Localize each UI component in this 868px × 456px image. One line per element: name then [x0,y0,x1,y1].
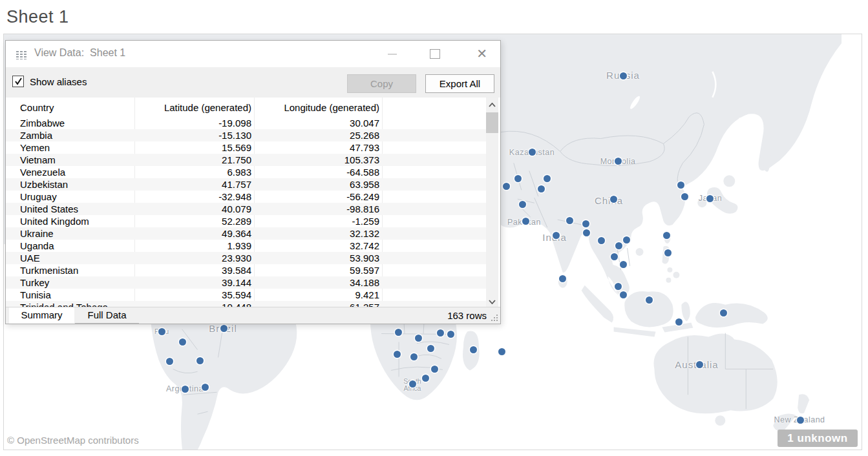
unknown-indicator-badge[interactable]: 1 unknown [778,430,858,447]
column-header-country[interactable]: Country [20,98,54,117]
table-row[interactable]: Yemen15.56947.793 [6,141,486,154]
map-point[interactable] [677,181,684,189]
map-point[interactable] [503,183,510,190]
map-point[interactable] [583,229,590,236]
column-header-longitude[interactable]: Longitude (generated) [255,98,379,117]
latitude-cell: 1.939 [135,240,251,252]
country-cell: United States [20,203,78,215]
map-point[interactable] [431,366,438,373]
map-point[interactable] [566,217,573,224]
latitude-cell: 21.750 [135,154,251,166]
scrollbar-thumb[interactable] [486,112,498,133]
country-cell: Yemen [20,141,50,154]
map-point[interactable] [620,291,627,298]
show-aliases-checkbox[interactable] [12,76,24,87]
tab-full-data[interactable]: Full Data [75,307,139,324]
vertical-scrollbar[interactable] [486,98,498,309]
map-point[interactable] [610,196,617,203]
map-point[interactable] [623,236,630,244]
map-point[interactable] [646,296,653,304]
map-point[interactable] [498,348,505,355]
map-point[interactable] [720,309,727,316]
map-point[interactable] [681,193,688,200]
table-row[interactable]: UAE23.93053.903 [6,252,486,264]
country-cell: Turkmenistan [20,264,78,276]
scroll-up-icon[interactable] [486,98,498,111]
map-point[interactable] [519,201,526,208]
map-point[interactable] [427,345,434,352]
map-point[interactable] [559,275,566,282]
latitude-cell: 49.364 [135,227,251,240]
close-icon[interactable]: ✕ [476,46,487,61]
map-point[interactable] [615,242,622,249]
minimize-button[interactable] [388,54,397,55]
map-point[interactable] [437,329,444,337]
map-point[interactable] [409,380,416,388]
map-point[interactable] [514,175,522,182]
map-point[interactable] [553,232,560,239]
country-cell: Zambia [20,129,52,141]
country-cell: Ukraine [20,227,54,240]
scroll-down-icon[interactable] [486,295,498,308]
table-row[interactable]: Ukraine49.36432.132 [6,227,486,240]
show-aliases-row[interactable]: Show aliases [12,76,87,87]
map-point[interactable] [522,218,529,225]
map-point[interactable] [664,249,672,256]
map-point[interactable] [179,338,186,346]
map-point[interactable] [675,318,683,326]
map-point[interactable] [663,232,670,239]
map-point[interactable] [422,375,429,382]
map-point[interactable] [582,220,589,227]
map-point[interactable] [415,335,422,342]
longitude-cell: 32.132 [255,227,379,240]
map-point[interactable] [544,175,551,182]
map-country-label: China [595,195,623,206]
map-point[interactable] [394,351,401,358]
table-row[interactable]: United Kingdom52.289-1.259 [6,215,486,227]
map-point[interactable] [202,384,209,391]
table-row[interactable]: Zimbabwe-19.09830.047 [6,117,486,129]
map-point[interactable] [598,237,605,244]
latitude-cell: 23.930 [135,252,251,264]
map-point[interactable] [615,283,622,290]
map-point[interactable] [158,328,165,335]
map-point[interactable] [529,149,536,156]
longitude-cell: 25.268 [255,129,379,141]
map-point[interactable] [166,358,173,365]
table-row[interactable]: Uzbekistan41.75763.958 [6,178,486,191]
map-point[interactable] [615,158,622,165]
table-row[interactable]: Turkey39.14434.188 [6,276,486,289]
map-point[interactable] [696,361,703,368]
table-row[interactable]: Tunisia35.5949.421 [6,289,486,301]
tab-summary[interactable]: Summary [9,307,74,324]
longitude-cell: 32.742 [255,240,379,252]
map-point[interactable] [447,331,454,338]
table-row[interactable]: Uruguay-32.948-56.249 [6,191,486,203]
latitude-cell: 52.289 [135,215,251,227]
map-point[interactable] [620,261,627,268]
map-point[interactable] [196,357,204,364]
map-point[interactable] [538,185,545,192]
map-point[interactable] [470,346,477,353]
maximize-button[interactable] [430,49,440,59]
export-all-button[interactable]: Export All [425,74,494,93]
table-row[interactable]: Venezuela6.983-64.588 [6,166,486,178]
table-row[interactable]: Uganda1.93932.742 [6,240,486,252]
table-row[interactable]: United States40.079-98.816 [6,203,486,215]
map-point[interactable] [395,329,402,336]
table-row[interactable]: Vietnam21.750105.373 [6,154,486,166]
column-header-latitude[interactable]: Latitude (generated) [135,98,251,117]
map-point[interactable] [220,325,228,332]
table-row[interactable]: Turkmenistan39.58459.597 [6,264,486,276]
map-point[interactable] [611,253,618,260]
map-point[interactable] [410,353,418,360]
resize-grip[interactable] [491,314,498,322]
table-row[interactable]: Zambia-15.13025.268 [6,129,486,141]
dialog-titlebar[interactable]: View Data:Sheet 1 ✕ [6,41,500,68]
map-point[interactable] [706,195,714,202]
view-data-grid-icon [16,50,27,62]
map-point[interactable] [620,72,627,79]
map-point[interactable] [797,417,804,424]
map-point[interactable] [182,386,189,393]
copy-button[interactable]: Copy [347,74,416,93]
